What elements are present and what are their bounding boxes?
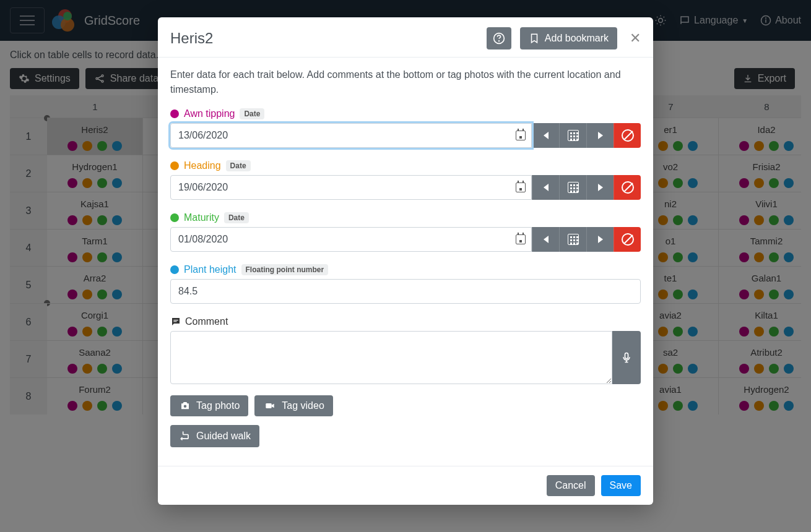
trait-label-height: Plant height Floating point number <box>170 264 641 275</box>
calendar-icon <box>516 131 526 140</box>
trait-name-height: Plant height <box>184 264 236 275</box>
svg-point-20 <box>498 41 499 41</box>
trait-input-row-awn <box>170 123 641 148</box>
mic-button[interactable] <box>612 331 641 384</box>
comment-label: Comment <box>170 316 641 327</box>
data-entry-modal: Heris2 Add bookmark ✕ Enter data for eac… <box>158 17 653 505</box>
trait-type-height: Floating point number <box>241 264 329 275</box>
modal-footer: Cancel Save <box>158 466 653 505</box>
trait-label-awn: Awn tipping Date <box>170 108 641 119</box>
modal-title: Heris2 <box>170 30 213 47</box>
close-icon[interactable]: ✕ <box>630 30 641 46</box>
prev-day-button[interactable] <box>532 123 559 148</box>
cancel-button[interactable]: Cancel <box>547 475 595 496</box>
svg-rect-21 <box>173 320 178 320</box>
modal-description: Enter data for each trait below. Add com… <box>170 67 641 97</box>
clear-button[interactable] <box>614 123 641 148</box>
tag-video-button[interactable]: Tag video <box>254 395 333 416</box>
svg-point-24 <box>184 405 187 408</box>
trait-dot-height <box>170 265 179 274</box>
date-input-maturity[interactable] <box>170 227 532 252</box>
plant-height-input[interactable] <box>170 279 641 304</box>
date-input-heading[interactable] <box>170 175 532 200</box>
next-day-button[interactable] <box>586 123 614 148</box>
guided-walk-button[interactable]: Guided walk <box>170 425 259 447</box>
prev-day-button[interactable] <box>532 175 559 200</box>
svg-rect-25 <box>266 403 272 408</box>
clear-button[interactable] <box>614 175 641 200</box>
trait-dot <box>170 213 179 222</box>
help-button[interactable] <box>487 27 511 49</box>
trait-label-maturity: Maturity Date <box>170 212 641 223</box>
comment-textarea[interactable] <box>170 331 612 384</box>
svg-rect-23 <box>625 353 628 359</box>
trait-label-heading: Heading Date <box>170 160 641 171</box>
trait-type: Date <box>226 160 251 171</box>
trait-name: Maturity <box>184 212 219 223</box>
tag-photo-button[interactable]: Tag photo <box>170 395 248 416</box>
add-bookmark-button[interactable]: Add bookmark <box>520 27 617 49</box>
calendar-icon <box>516 234 526 244</box>
trait-name: Heading <box>184 160 221 171</box>
trait-type: Date <box>224 212 249 223</box>
modal-header: Heris2 Add bookmark ✕ <box>158 17 653 58</box>
date-input-awn[interactable] <box>170 123 532 148</box>
clear-button[interactable] <box>614 227 641 252</box>
prev-day-button[interactable] <box>532 227 559 252</box>
today-button[interactable] <box>559 123 586 148</box>
trait-name: Awn tipping <box>184 108 235 119</box>
trait-input-row-maturity <box>170 227 641 252</box>
trait-dot <box>170 161 179 170</box>
next-day-button[interactable] <box>586 227 614 252</box>
next-day-button[interactable] <box>586 175 614 200</box>
calendar-icon <box>516 182 526 192</box>
trait-dot <box>170 109 179 118</box>
trait-type: Date <box>240 108 264 119</box>
trait-input-row-heading <box>170 175 641 200</box>
today-button[interactable] <box>559 227 586 252</box>
comment-row <box>170 331 641 384</box>
svg-rect-22 <box>173 321 176 322</box>
today-button[interactable] <box>559 175 586 200</box>
save-button[interactable]: Save <box>601 475 641 496</box>
modal-body: Enter data for each trait below. Add com… <box>158 58 653 466</box>
